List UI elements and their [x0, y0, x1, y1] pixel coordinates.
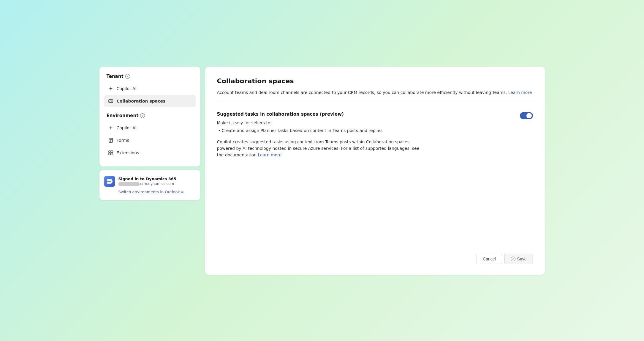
- right-panel: Collaboration spaces Account teams and d…: [205, 67, 545, 275]
- environment-info-icon: i: [140, 113, 145, 118]
- nav-card-main: Tenant i Copilot AI: [99, 67, 200, 166]
- save-label: Save: [517, 257, 527, 261]
- tenant-info-icon: i: [125, 74, 130, 79]
- environment-label: Environment: [107, 113, 139, 118]
- switch-link-label: Switch environments in Outlook: [118, 190, 180, 194]
- sidebar-item-collab-label: Collaboration spaces: [117, 99, 166, 103]
- svg-rect-8: [109, 151, 110, 153]
- feature-list-item: Create and assign Planner tasks based on…: [217, 128, 514, 134]
- svg-rect-3: [109, 138, 113, 142]
- description-text: Account teams and deal room channels are…: [217, 90, 507, 95]
- page-title: Collaboration spaces: [217, 77, 533, 85]
- cancel-button[interactable]: Cancel: [477, 254, 502, 264]
- suggested-tasks-toggle[interactable]: [520, 112, 533, 119]
- feature-description: Copilot creates suggested tasks using co…: [217, 139, 425, 158]
- sidebar-item-collaboration-spaces[interactable]: Collaboration spaces: [104, 95, 196, 107]
- tenant-label: Tenant: [107, 74, 124, 79]
- sidebar-item-extensions[interactable]: Extensions: [104, 147, 196, 159]
- sidebar-item-forms-label: Forms: [117, 138, 129, 143]
- toggle-wrapper: [520, 111, 533, 119]
- environment-section-header: Environment i: [104, 113, 196, 118]
- signed-in-info: Signed in to Dynamics 365 .crm.dynamics.…: [118, 177, 176, 186]
- signed-in-title: Signed in to Dynamics 365: [118, 177, 176, 181]
- svg-rect-11: [111, 153, 113, 155]
- svg-rect-0: [109, 100, 113, 103]
- description-learn-more-link[interactable]: Learn more: [508, 90, 532, 95]
- signed-in-row: Signed in to Dynamics 365 .crm.dynamics.…: [104, 176, 196, 187]
- feature-title: Suggested tasks in collaboration spaces …: [217, 111, 514, 117]
- tenant-section-header: Tenant i: [104, 74, 196, 79]
- svg-rect-9: [111, 151, 113, 153]
- toggle-knob: [526, 113, 532, 118]
- feature-section: Suggested tasks in collaboration spaces …: [217, 111, 533, 158]
- domain-redacted: [118, 182, 139, 186]
- feature-content: Suggested tasks in collaboration spaces …: [217, 111, 514, 158]
- svg-rect-5: [110, 141, 110, 142]
- signed-in-card: Signed in to Dynamics 365 .crm.dynamics.…: [99, 170, 200, 200]
- sparkle-icon: [108, 86, 114, 92]
- sidebar-item-extensions-label: Extensions: [117, 150, 139, 155]
- dynamics-logo: [104, 176, 115, 187]
- sidebar-item-copilot-env-label: Copilot AI: [117, 125, 137, 130]
- sidebar-item-copilot-ai-tenant-label: Copilot AI: [117, 86, 137, 91]
- feature-subtitle: Make it easy for sellers to:: [217, 120, 514, 125]
- svg-rect-10: [109, 153, 110, 155]
- external-link-icon: ⧉: [181, 190, 183, 194]
- app-container: Tenant i Copilot AI: [99, 67, 545, 275]
- forms-icon: [108, 137, 114, 143]
- signed-in-domain: .crm.dynamics.com: [118, 182, 176, 186]
- sidebar-item-copilot-ai-tenant[interactable]: Copilot AI: [104, 83, 196, 95]
- sidebar-item-forms[interactable]: Forms: [104, 134, 196, 146]
- bottom-actions: Cancel ✓ Save: [217, 242, 533, 264]
- svg-rect-4: [110, 139, 110, 140]
- domain-suffix: .crm.dynamics.com: [139, 182, 174, 186]
- collab-icon: [108, 98, 114, 104]
- feature-list: Create and assign Planner tasks based on…: [217, 128, 514, 134]
- switch-environments-link[interactable]: Switch environments in Outlook ⧉: [104, 190, 196, 194]
- save-check-icon: ✓: [511, 257, 515, 261]
- sparkle-icon-env: [108, 125, 114, 131]
- feature-learn-more-link[interactable]: Learn more: [258, 153, 281, 157]
- divider: [217, 102, 533, 102]
- page-description: Account teams and deal room channels are…: [217, 89, 533, 96]
- feature-description-text: Copilot creates suggested tasks using co…: [217, 139, 420, 158]
- left-panel: Tenant i Copilot AI: [99, 67, 200, 200]
- save-button[interactable]: ✓ Save: [504, 254, 533, 264]
- sidebar-item-copilot-ai-env[interactable]: Copilot AI: [104, 122, 196, 134]
- ext-icon: [108, 150, 114, 156]
